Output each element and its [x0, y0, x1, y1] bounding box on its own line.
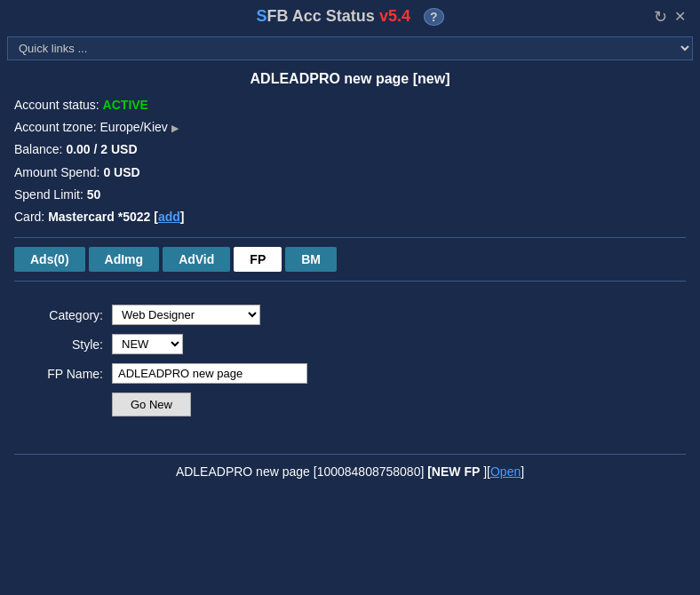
- spend-limit-label: Spend Limit:: [14, 187, 84, 202]
- main-container: ADLEADPRO new page [new] Account status:…: [0, 64, 700, 438]
- result-text: ADLEADPRO new page [100084808758080] [NE…: [14, 462, 686, 481]
- category-select[interactable]: Web Designer Advertising/Marketing Arts …: [112, 305, 260, 325]
- app-title: SFB Acc Status v5.4 ?: [256, 7, 443, 26]
- fp-tab-content: Category: Web Designer Advertising/Marke…: [14, 290, 686, 431]
- title-bar: SFB Acc Status v5.4 ? ↻ ✕: [0, 0, 700, 33]
- tzone-label: Account tzone:: [14, 120, 97, 134]
- page-title: ADLEADPRO new page [new]: [14, 71, 686, 87]
- result-section: ADLEADPRO new page [100084808758080] [NE…: [0, 447, 700, 488]
- divider-1: [14, 237, 686, 238]
- fp-name-input[interactable]: [112, 363, 307, 384]
- card-add-link[interactable]: add: [158, 210, 180, 224]
- tzone-value: Europe/Kiev: [100, 120, 168, 134]
- brand-name: FB Acc Status: [267, 7, 379, 25]
- tab-fp[interactable]: FP: [234, 247, 282, 272]
- result-page-name: ADLEADPRO new page: [176, 464, 310, 479]
- status-label: Account status:: [14, 98, 99, 112]
- tab-bm[interactable]: BM: [285, 247, 337, 272]
- tab-adimg[interactable]: AdImg: [89, 247, 160, 272]
- style-label: Style:: [41, 337, 112, 352]
- category-row: Category: Web Designer Advertising/Marke…: [41, 305, 659, 325]
- amount-label: Amount Spend:: [14, 165, 100, 179]
- tzone-arrow: ▶: [171, 123, 179, 133]
- refresh-icon[interactable]: ↻: [654, 7, 667, 27]
- version-badge: v5.4: [379, 7, 410, 25]
- spend-limit-row: Spend Limit: 50: [14, 184, 686, 206]
- card-row: Card: Mastercard *5022 [add]: [14, 206, 686, 228]
- quick-links-bar: Quick links ...: [0, 33, 700, 64]
- card-value: Mastercard *5022 [add]: [48, 210, 184, 224]
- result-open-link[interactable]: Open: [490, 464, 521, 479]
- style-select[interactable]: NEW OLD: [112, 334, 183, 354]
- tab-ads[interactable]: Ads(0): [14, 247, 85, 272]
- divider-2: [14, 281, 686, 282]
- amount-value: 0 USD: [103, 165, 139, 179]
- account-status-row: Account status: ACTIVE: [14, 94, 686, 116]
- category-label: Category:: [41, 308, 112, 322]
- tabs-row: Ads(0) AdImg AdVid FP BM: [14, 247, 686, 272]
- account-info: Account status: ACTIVE Account tzone: Eu…: [14, 94, 686, 228]
- help-icon[interactable]: ?: [424, 8, 444, 26]
- amount-row: Amount Spend: 0 USD: [14, 162, 686, 184]
- window-controls: ↻ ✕: [654, 7, 686, 27]
- spend-limit-value: 50: [87, 187, 101, 202]
- result-close-bracket: ]: [483, 464, 487, 479]
- result-page-id: 100084808758080: [317, 464, 421, 479]
- balance-value: 0.00 / 2 USD: [66, 142, 137, 156]
- brand-prefix: S: [256, 7, 266, 25]
- fp-name-label: FP Name:: [41, 367, 112, 381]
- tab-advid[interactable]: AdVid: [163, 247, 230, 272]
- style-row: Style: NEW OLD: [41, 334, 659, 354]
- balance-label: Balance:: [14, 142, 62, 156]
- fp-form: Category: Web Designer Advertising/Marke…: [14, 298, 686, 424]
- balance-row: Balance: 0.00 / 2 USD: [14, 139, 686, 161]
- status-value: ACTIVE: [103, 98, 148, 112]
- result-divider: [14, 454, 686, 455]
- card-label: Card:: [14, 210, 44, 224]
- quick-links-dropdown[interactable]: Quick links ...: [7, 36, 693, 60]
- close-icon[interactable]: ✕: [674, 8, 686, 25]
- go-new-button[interactable]: Go New: [112, 393, 191, 416]
- fp-name-row: FP Name:: [41, 363, 659, 384]
- result-new-fp-badge: [NEW FP: [427, 464, 480, 479]
- account-tzone-row: Account tzone: Europe/Kiev ▶: [14, 116, 686, 139]
